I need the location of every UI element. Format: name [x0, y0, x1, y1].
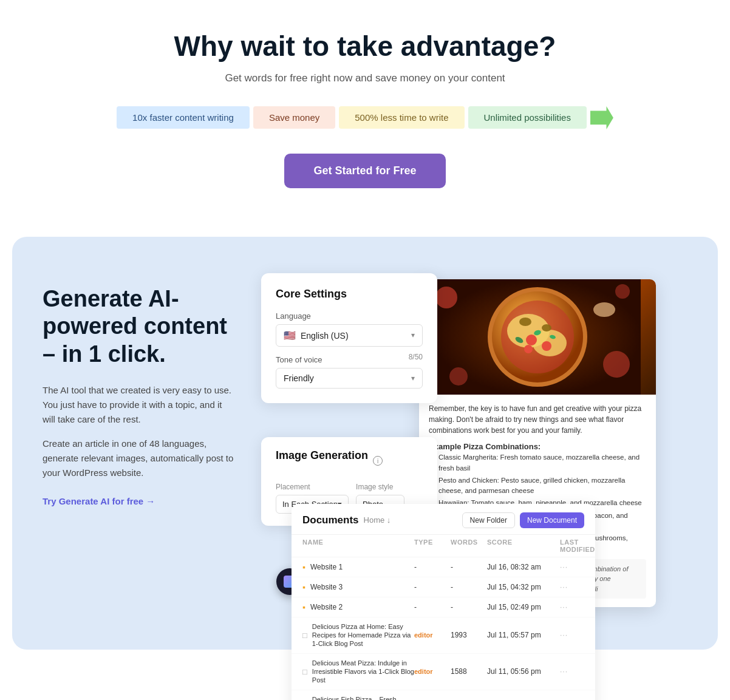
row2-modified: Jul 15, 04:32 pm: [487, 583, 560, 591]
row2-words: -: [451, 583, 487, 591]
pills-row: 10x faster content writing Save money 50…: [12, 106, 718, 129]
svg-point-3: [449, 367, 468, 386]
documents-table-header: NAME TYPE WORDS SCORE LAST MODIFIED: [292, 535, 595, 557]
row1-words: -: [451, 563, 487, 571]
file-icon: □: [302, 667, 307, 676]
bottom-desc2: Create an article in one of 48 languages…: [43, 437, 237, 480]
row5-modified: Jul 11, 05:56 pm: [487, 667, 560, 676]
row4-type: editor: [414, 631, 451, 639]
folder-icon: ▪: [302, 602, 305, 612]
row2-type: -: [414, 583, 451, 591]
row5-words: 1588: [451, 667, 487, 676]
row5-dots[interactable]: ···: [560, 667, 584, 676]
try-link[interactable]: Try Generate AI for free →: [43, 496, 155, 506]
col-type: TYPE: [414, 539, 451, 553]
row3-type: -: [414, 603, 451, 611]
tone-chevron-icon: ▾: [411, 374, 415, 382]
svg-point-15: [524, 345, 533, 353]
top-section: Why wait to take advantage? Get words fo…: [0, 0, 730, 237]
placement-label: Placement: [276, 483, 349, 491]
language-select[interactable]: 🇺🇸English (US) ▾: [276, 324, 423, 347]
row3-words: -: [451, 603, 487, 611]
bottom-section: Generate AI- powered content – in 1 clic…: [12, 237, 718, 650]
row1-type: -: [414, 563, 451, 571]
bottom-desc1: The AI tool that we created is very easy…: [43, 383, 237, 427]
documents-buttons: New Folder New Document: [462, 512, 584, 528]
row1-modified: Jul 16, 08:32 am: [487, 563, 560, 571]
folder-icon: ▪: [302, 562, 305, 572]
language-label: Language: [276, 311, 423, 321]
tone-label: Tone of voice: [276, 355, 322, 364]
row3-modified: Jul 15, 02:49 pm: [487, 603, 560, 611]
pizza-image: [419, 279, 656, 395]
combo-2: Pesto and Chicken: Pesto sauce, grilled …: [438, 475, 646, 497]
table-row[interactable]: □Delicious Meat Pizza: Indulge in Irresi…: [292, 654, 595, 690]
documents-header: Documents Home ↓ New Folder New Document: [292, 504, 595, 535]
row2-dots[interactable]: ···: [560, 583, 584, 591]
table-row[interactable]: ▪Website 1 - - Jul 16, 08:32 am ···: [292, 557, 595, 577]
pill-faster: 10x faster content writing: [117, 106, 250, 129]
svg-point-12: [542, 324, 551, 331]
documents-card: Documents Home ↓ New Folder New Document…: [292, 504, 595, 700]
row5-type: editor: [414, 668, 451, 675]
col-modified: LAST MODIFIED: [560, 539, 584, 553]
image-style-label: Image style: [356, 483, 404, 491]
core-settings-title: Core Settings: [276, 288, 423, 301]
col-name: NAME: [302, 539, 414, 553]
table-row[interactable]: □Delicious Pizza at Home: Easy Recipes f…: [292, 617, 595, 654]
language-chevron-icon: ▾: [411, 331, 415, 339]
cta-button[interactable]: Get Started for Free: [284, 154, 445, 188]
folder-icon: ▪: [302, 582, 305, 592]
svg-point-14: [542, 341, 551, 351]
pill-less-time: 500% less time to write: [339, 106, 464, 129]
svg-point-5: [593, 302, 615, 317]
svg-point-2: [603, 351, 630, 378]
new-document-button[interactable]: New Document: [520, 512, 584, 528]
image-gen-title: Image Generation: [276, 449, 368, 462]
documents-title: Documents: [302, 514, 359, 526]
row3-dots[interactable]: ···: [560, 603, 584, 611]
bottom-heading: Generate AI- powered content – in 1 clic…: [43, 285, 237, 369]
core-settings-card: Core Settings Language 🇺🇸English (US) ▾ …: [261, 273, 437, 403]
main-heading: Why wait to take advantage?: [12, 30, 718, 63]
documents-title-row: Documents Home ↓: [302, 514, 391, 526]
combo-1: Classic Margherita: Fresh tomato sauce, …: [438, 452, 646, 474]
svg-point-13: [526, 335, 537, 345]
row4-dots[interactable]: ···: [560, 631, 584, 639]
pill-unlimited: Unlimited possibilities: [468, 106, 587, 129]
pizza-combos-title: Example Pizza Combinations:: [429, 442, 541, 451]
arrow-icon: [590, 106, 613, 129]
documents-breadcrumb[interactable]: Home ↓: [364, 515, 391, 525]
pizza-intro: Remember, the key is to have fun and get…: [429, 403, 646, 436]
row4-words: 1993: [451, 631, 487, 639]
subtitle: Get words for free right now and save mo…: [12, 72, 718, 84]
left-text-area: Generate AI- powered content – in 1 clic…: [43, 273, 237, 507]
tone-count: 8/50: [409, 353, 423, 361]
col-words: WORDS: [451, 539, 487, 553]
new-folder-button[interactable]: New Folder: [462, 512, 515, 528]
table-row[interactable]: ▪Website 3 - - Jul 15, 04:32 pm ···: [292, 577, 595, 597]
right-cards-area: Core Settings Language 🇺🇸English (US) ▾ …: [261, 273, 687, 613]
row1-dots[interactable]: ···: [560, 563, 584, 571]
svg-point-4: [615, 284, 630, 299]
col-score: SCORE: [487, 539, 560, 553]
info-icon: i: [373, 456, 383, 466]
file-icon: □: [302, 631, 307, 640]
table-row[interactable]: ▪Website 2 - - Jul 15, 02:49 pm ···: [292, 597, 595, 617]
table-row[interactable]: □Delicious Fish Pizza – Fresh Flavors fo…: [292, 690, 595, 700]
pill-save: Save money: [253, 106, 335, 129]
svg-point-11: [519, 318, 531, 326]
row4-modified: Jul 11, 05:57 pm: [487, 631, 560, 639]
tone-select[interactable]: Friendly ▾: [276, 368, 423, 389]
svg-point-1: [435, 287, 457, 308]
